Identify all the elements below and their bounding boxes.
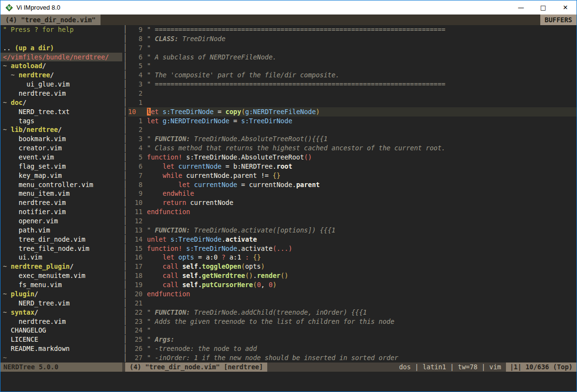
split-glyph: │: [122, 299, 128, 308]
nerdtree-line[interactable]: tree_dir_node.vim: [0, 235, 122, 244]
status-bar: NERDTree 5.0.0 (4) "tree_dir_node.vim" […: [0, 363, 577, 372]
code-line-current[interactable]: 10let s:TreeDirNode = copy(g:NERDTreeFil…: [128, 107, 577, 116]
code-line[interactable]: 5": [128, 61, 577, 71]
code-line[interactable]: 15function! s:TreeDirNode.activate(...): [128, 244, 577, 253]
nerdtree-line[interactable]: opener.vim: [0, 217, 122, 226]
maximize-button[interactable]: □: [532, 0, 554, 15]
minimize-button[interactable]: —: [510, 0, 532, 15]
tab-active[interactable]: (4) "tree_dir_node.vim": [0, 15, 101, 25]
nerdtree-line[interactable]: nerdtree.vim: [0, 89, 122, 98]
code-line[interactable]: 9 endwhile: [128, 189, 577, 198]
command-line[interactable]: [0, 372, 577, 392]
nerdtree-line[interactable]: creator.vim: [0, 144, 122, 153]
code-text: call self.getNerdtree().render(): [147, 271, 577, 280]
nerdtree-line[interactable]: nerdtree.vim: [0, 198, 122, 207]
nerdtree-line[interactable]: ui_glue.vim: [0, 80, 122, 89]
code-line[interactable]: 10 return currentNode: [128, 198, 577, 207]
nerdtree-line[interactable]: CHANGELOG: [0, 326, 122, 335]
code-line[interactable]: 23" Adds the given treenode to the list …: [128, 317, 577, 326]
code-line[interactable]: 20endfunction: [128, 290, 577, 299]
nerdtree-line[interactable]: NERD_tree.vim: [0, 299, 122, 308]
code-line[interactable]: 12: [128, 217, 577, 226]
nerdtree-line[interactable]: ~ nerdtree_plugin/: [0, 262, 122, 271]
close-button[interactable]: ✕: [554, 0, 577, 15]
nerdtree-line[interactable]: ~ autoload/: [0, 61, 122, 71]
nerdtree-line[interactable]: README.markdown: [0, 344, 122, 353]
nerdtree-line[interactable]: notifier.vim: [0, 207, 122, 217]
nerdtree-line[interactable]: flag_set.vim: [0, 162, 122, 171]
nerdtree-line[interactable]: ~: [0, 353, 122, 363]
nerdtree-line[interactable]: bookmark.vim: [0, 134, 122, 144]
nerdtree-line[interactable]: menu_item.vim: [0, 189, 122, 198]
nerdtree-line[interactable]: ~ nerdtree/: [0, 71, 122, 80]
code-text: " Args:: [147, 335, 577, 344]
split-glyph: │: [122, 162, 128, 171]
code-line[interactable]: 4" The 'composite' part of the file/dir …: [128, 71, 577, 80]
split-glyph: │: [122, 326, 128, 335]
nerdtree-line[interactable]: ~ lib/nerdtree/: [0, 125, 122, 134]
code-line[interactable]: 16 let opts = a:0 ? a:1 : {}: [128, 253, 577, 262]
nerdtree-line[interactable]: nerdtree.vim: [0, 317, 122, 326]
vertical-split[interactable]: │││││││││││││││││││││││││││││││││││││: [122, 25, 128, 363]
nerdtree-line[interactable]: ~ syntax/: [0, 308, 122, 317]
nerdtree-line[interactable]: tree_file_node.vim: [0, 244, 122, 253]
line-number: 10: [128, 107, 143, 116]
code-line[interactable]: 13" FUNCTION: TreeDirNode.activate([opti…: [128, 226, 577, 235]
code-line[interactable]: 9" =====================================…: [128, 25, 577, 34]
nerdtree-line[interactable]: </vimfiles/bundle/nerdtree/: [0, 53, 122, 62]
nerdtree-line[interactable]: " Press ? for help: [0, 25, 122, 34]
code-line[interactable]: 1: [128, 98, 577, 107]
code-line[interactable]: 8" CLASS: TreeDirNode: [128, 34, 577, 44]
code-line[interactable]: 4" Class method that returns the highest…: [128, 144, 577, 153]
code-text: let currentNode = b:NERDTree.root: [147, 162, 577, 171]
line-number: 3: [128, 80, 143, 89]
nerdtree-panel[interactable]: " Press ? for help.. (up a dir)</vimfile…: [0, 25, 122, 363]
code-line[interactable]: 2: [128, 89, 577, 98]
code-line[interactable]: 25" Args:: [128, 335, 577, 344]
code-line[interactable]: 7": [128, 44, 577, 53]
code-line[interactable]: 7 while currentNode.parent != {}: [128, 171, 577, 180]
code-line[interactable]: 8 let currentNode = currentNode.parent: [128, 180, 577, 189]
title-bar[interactable]: V Vi IMproved 8.0 — □ ✕: [0, 0, 577, 15]
code-line[interactable]: 22" FUNCTION: TreeDirNode.addChild(treen…: [128, 308, 577, 317]
code-line[interactable]: 18 call self.getNerdtree().render(): [128, 271, 577, 280]
line-number: 12: [128, 217, 143, 226]
code-line[interactable]: 5function! s:TreeDirNode.AbsoluteTreeRoo…: [128, 153, 577, 162]
nerdtree-line[interactable]: exec_menuitem.vim: [0, 271, 122, 280]
code-line[interactable]: 11endfunction: [128, 207, 577, 217]
editor-buffer[interactable]: 9" =====================================…: [128, 25, 577, 363]
code-line[interactable]: 27" -inOrder: 1 if the new node should b…: [128, 353, 577, 363]
line-number: 14: [128, 235, 143, 244]
nerdtree-line[interactable]: path.vim: [0, 226, 122, 235]
code-line[interactable]: 3" =====================================…: [128, 80, 577, 89]
code-line[interactable]: 3" FUNCTION: TreeDirNode.AbsoluteTreeRoo…: [128, 134, 577, 144]
code-line[interactable]: 6 let currentNode = b:NERDTree.root: [128, 162, 577, 171]
nerdtree-line[interactable]: .. (up a dir): [0, 44, 122, 53]
code-line[interactable]: 2: [128, 125, 577, 134]
nerdtree-line[interactable]: fs_menu.vim: [0, 280, 122, 290]
nerdtree-line[interactable]: ~ plugin/: [0, 290, 122, 299]
statusline-spacer: [267, 363, 399, 372]
line-number: 26: [128, 344, 143, 353]
nerdtree-line[interactable]: [0, 34, 122, 44]
nerdtree-line[interactable]: key_map.vim: [0, 171, 122, 180]
code-line[interactable]: 26" -treenode: the node to add: [128, 344, 577, 353]
code-line[interactable]: 6" A subclass of NERDTreeFileNode.: [128, 53, 577, 62]
code-line[interactable]: 19 call self.putCursorHere(0, 0): [128, 280, 577, 290]
nerdtree-line[interactable]: ui.vim: [0, 253, 122, 262]
code-text: " Adds the given treenode to the list of…: [147, 317, 577, 326]
line-number: 2: [128, 125, 143, 134]
nerdtree-line[interactable]: NERD_tree.txt: [0, 107, 122, 116]
code-line[interactable]: 1let g:NERDTreeDirNode = s:TreeDirNode: [128, 116, 577, 126]
nerdtree-line[interactable]: menu_controller.vim: [0, 180, 122, 189]
code-line[interactable]: 17 call self.toggleOpen(opts): [128, 262, 577, 271]
code-text: let s:TreeDirNode = copy(g:NERDTreeFileN…: [147, 107, 577, 116]
code-line[interactable]: 21: [128, 299, 577, 308]
nerdtree-line[interactable]: tags: [0, 116, 122, 126]
code-line[interactable]: 14unlet s:TreeDirNode.activate: [128, 235, 577, 244]
maximize-icon: □: [540, 4, 546, 11]
code-line[interactable]: 24": [128, 326, 577, 335]
nerdtree-line[interactable]: LICENCE: [0, 335, 122, 344]
nerdtree-line[interactable]: ~ doc/: [0, 98, 122, 107]
nerdtree-line[interactable]: event.vim: [0, 153, 122, 162]
